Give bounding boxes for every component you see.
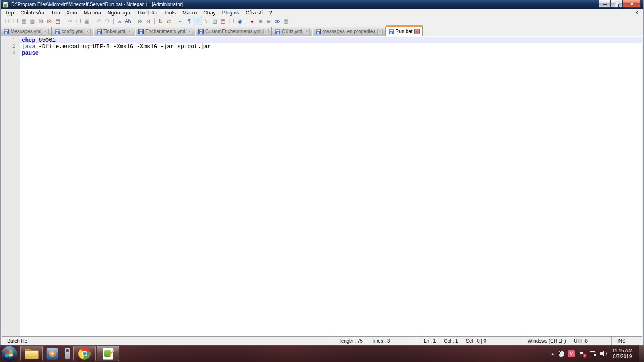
menu-window[interactable]: Cửa sổ xyxy=(242,9,266,16)
code-token: pause xyxy=(22,50,39,56)
file-saved-icon xyxy=(275,29,280,34)
insert-mode-label[interactable]: INS xyxy=(617,338,625,344)
windows-explorer-icon xyxy=(25,349,38,358)
tab-messages_en.properties[interactable]: messages_en.properties× xyxy=(313,27,385,36)
eol-format-label[interactable]: Windows (CR LF) xyxy=(528,338,566,344)
taskbar-clock[interactable]: 11:15 AM 6/7/2019 xyxy=(612,348,632,359)
taskbar-windows-explorer-button[interactable] xyxy=(20,346,43,361)
menu-view[interactable]: Xem xyxy=(63,9,80,16)
code-area[interactable]: chcp 65001java -Dfile.encoding=UTF-8 -Xm… xyxy=(20,36,642,336)
menubar-close-icon[interactable]: X xyxy=(635,10,638,16)
tab-CustomEnchantments.yml[interactable]: CustomEnchantments.yml× xyxy=(196,27,272,36)
screen: D:\Program Files\Microvirt\Minecraft\Ser… xyxy=(0,0,644,362)
taskbar-media-player-button[interactable] xyxy=(43,346,61,361)
menu-tools[interactable]: Tools xyxy=(161,9,179,16)
tab-label: GKitz.yml xyxy=(282,29,302,34)
macro-save-icon[interactable]: ▦ xyxy=(282,17,290,25)
macro-play-icon[interactable]: ▶ xyxy=(265,17,273,25)
close-all-icon[interactable]: ⊠ xyxy=(45,17,54,25)
v-app-tray-icon[interactable]: V xyxy=(568,350,575,357)
show-all-characters-icon[interactable]: ¶ xyxy=(185,17,194,25)
tab-close-icon[interactable]: × xyxy=(43,29,49,34)
zoom-out-icon[interactable]: ⊖ xyxy=(144,17,153,25)
zoom-in-icon[interactable]: ⊕ xyxy=(136,17,144,25)
tab-Run.bat[interactable]: Run.bat× xyxy=(386,25,423,36)
sync-vertical-scroll-icon[interactable]: ⇅ xyxy=(156,17,165,25)
copy-icon[interactable]: ❐ xyxy=(74,17,83,25)
volume-tray-icon[interactable] xyxy=(600,351,607,356)
show-hidden-icons-button[interactable]: ▲ xyxy=(551,352,555,356)
taskbar-chrome-button[interactable] xyxy=(73,346,96,361)
code-line-3[interactable]: pause xyxy=(20,50,642,56)
taskbar-notepad-plus-plus-button[interactable] xyxy=(97,346,119,361)
editor[interactable]: 123 chcp 65001java -Dfile.encoding=UTF-8… xyxy=(2,36,642,336)
menu-file[interactable]: Tệp xyxy=(2,9,17,16)
tab-close-icon[interactable]: × xyxy=(127,29,132,34)
doc-length-label: length : 75 xyxy=(340,338,363,344)
tab-label: Tinker.yml xyxy=(103,29,125,34)
mouse-utility-tray-icon[interactable] xyxy=(559,351,564,357)
menu-search[interactable]: Tìm xyxy=(47,9,63,16)
menu-run[interactable]: Chạy xyxy=(200,9,219,16)
code-token: -Dfile.encoding xyxy=(35,43,89,50)
minimize-button[interactable] xyxy=(599,0,611,8)
document-monitor-icon[interactable]: ◉ xyxy=(236,17,244,25)
show-indent-guide-icon[interactable]: ⋮ xyxy=(194,17,202,25)
document-map-icon[interactable]: ▧ xyxy=(211,17,219,25)
print-icon[interactable]: ▤ xyxy=(54,17,62,25)
new-file-icon[interactable]: ❏ xyxy=(3,17,11,25)
menu-help[interactable]: ? xyxy=(266,9,275,16)
tab-close-icon[interactable]: × xyxy=(377,29,383,34)
tab-GKitz.yml[interactable]: GKitz.yml× xyxy=(272,27,312,36)
clock-date: 6/7/2019 xyxy=(612,354,632,359)
tab-close-icon[interactable]: × xyxy=(304,29,310,34)
code-line-2[interactable]: java -Dfile.encoding=UTF-8 -Xmx1G -Xms1G… xyxy=(20,43,642,50)
code-line-1[interactable]: chcp 65001 xyxy=(20,37,642,43)
macro-run-multiple-icon[interactable]: ≫ xyxy=(273,17,282,25)
menu-encoding[interactable]: Mã hóa xyxy=(80,9,104,16)
close-file-icon[interactable]: ⊠ xyxy=(37,17,45,25)
show-desktop-button[interactable] xyxy=(639,345,644,362)
close-button[interactable]: × xyxy=(623,0,641,8)
network-tray-icon[interactable] xyxy=(590,351,596,356)
tab-close-icon[interactable]: × xyxy=(414,29,420,34)
restore-button[interactable] xyxy=(611,0,623,8)
document-list-icon[interactable]: ▤ xyxy=(219,17,227,25)
find-icon[interactable]: ∞ xyxy=(115,17,124,25)
folder-as-workspace-icon[interactable]: ❒ xyxy=(227,17,236,25)
calculator-icon xyxy=(65,348,70,359)
tab-close-icon[interactable]: × xyxy=(187,29,192,34)
save-icon[interactable]: ▦ xyxy=(20,17,28,25)
sync-horizontal-scroll-icon[interactable]: ⇄ xyxy=(165,17,173,25)
tab-close-icon[interactable]: × xyxy=(263,29,269,34)
tab-config.yml[interactable]: config.yml× xyxy=(52,27,93,36)
tab-close-icon[interactable]: × xyxy=(85,29,91,34)
tab-Tinker.yml[interactable]: Tinker.yml× xyxy=(94,27,135,36)
menu-edit[interactable]: Chỉnh sửa xyxy=(17,9,47,16)
macro-stop-icon[interactable]: ■ xyxy=(256,17,265,25)
menu-plugins[interactable]: Plugins xyxy=(219,9,243,16)
tab-Enchantments.yml[interactable]: Enchantments.yml× xyxy=(136,27,195,36)
word-wrap-icon[interactable]: ↵ xyxy=(177,17,185,25)
taskbar-calculator-button[interactable] xyxy=(62,346,72,361)
encoding-label[interactable]: UTF-8 xyxy=(574,338,588,344)
cut-icon[interactable]: ✂ xyxy=(66,17,74,25)
replace-icon[interactable]: Ab xyxy=(124,17,132,25)
save-all-icon[interactable]: ▩ xyxy=(28,17,37,25)
function-list-icon[interactable]: ϟ xyxy=(202,17,211,25)
undo-icon[interactable]: ↶ xyxy=(95,17,103,25)
cursor-line-label: Ln : 1 xyxy=(424,338,436,344)
line-number: 2 xyxy=(2,43,20,50)
paste-icon[interactable]: ▣ xyxy=(83,17,91,25)
menu-settings[interactable]: Thiết lập xyxy=(134,9,161,16)
start-button[interactable] xyxy=(1,346,17,362)
action-center-flag-icon[interactable]: ⚑× xyxy=(579,350,586,357)
tab-Messages.yml[interactable]: Messages.yml× xyxy=(1,27,52,36)
menu-language[interactable]: Ngôn ngữ xyxy=(104,9,134,16)
menu-macro[interactable]: Macro xyxy=(179,9,200,16)
open-folder-icon[interactable]: ❐ xyxy=(11,17,20,25)
redo-icon[interactable]: ↷ xyxy=(103,17,111,25)
tab-label: CustomEnchantments.yml xyxy=(205,29,262,34)
macro-record-icon[interactable]: ● xyxy=(248,17,256,25)
action-center-alert-badge: × xyxy=(583,354,587,358)
